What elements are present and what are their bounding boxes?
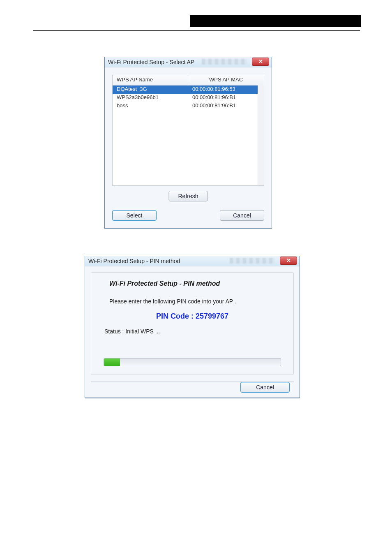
table-row[interactable]: WPS2a3b0e96b100:00:00:81:96:B1: [113, 94, 264, 102]
titlebar-blur: [230, 258, 275, 264]
ap-mac: 00:00:00:81:96:B1: [188, 94, 264, 102]
pin-group: Wi-Fi Protected Setup - PIN method Pleas…: [91, 272, 294, 375]
cancel-mnemonic: C: [233, 212, 237, 219]
table-row[interactable]: boss00:00:00:81:96:B1: [113, 102, 264, 110]
close-icon: ✕: [286, 256, 291, 266]
select-button[interactable]: Select: [112, 210, 157, 221]
scrollbar[interactable]: [258, 85, 264, 185]
col-name[interactable]: WPS AP Name: [113, 75, 188, 85]
pin-code: PIN Code : 25799767: [109, 312, 275, 321]
pin-method-window: Wi-Fi Protected Setup - PIN method ✕ Wi-…: [85, 256, 300, 398]
cancel-button[interactable]: Cancel: [220, 210, 264, 221]
pin-instruction: Please enter the following PIN code into…: [109, 298, 275, 305]
close-button[interactable]: ✕: [252, 58, 269, 66]
window-shadow: [85, 397, 300, 399]
ap-mac: 00:00:00:81:96:B1: [188, 102, 264, 110]
pin-status: Status : Initial WPS ...: [104, 328, 275, 335]
titlebar-blur: [202, 59, 247, 65]
progress-bar: [104, 358, 281, 366]
progress-fill: [104, 358, 120, 366]
cancel-rest: ancel: [237, 212, 251, 219]
header-black-band: [190, 15, 361, 27]
ap-name: boss: [113, 102, 188, 110]
cancel-button[interactable]: Cancel: [240, 382, 290, 393]
pin-title: Wi-Fi Protected Setup - PIN method: [88, 258, 180, 264]
pin-titlebar[interactable]: Wi-Fi Protected Setup - PIN method ✕: [85, 256, 300, 266]
select-ap-title: Wi-Fi Protected Setup - Select AP: [108, 59, 194, 65]
col-mac[interactable]: WPS AP MAC: [188, 75, 264, 85]
ap-list[interactable]: WPS AP Name WPS AP MAC DQAtest_3G00:00:0…: [112, 75, 264, 186]
table-row[interactable]: DQAtest_3G00:00:00:81:96:53: [113, 86, 264, 94]
refresh-button[interactable]: Refresh: [169, 191, 208, 201]
pin-heading: Wi-Fi Protected Setup - PIN method: [109, 280, 275, 287]
select-ap-window: Wi-Fi Protected Setup - Select AP ✕ WPS …: [104, 57, 272, 229]
ap-name: WPS2a3b0e96b1: [113, 94, 188, 102]
header-divider: [33, 30, 360, 31]
close-icon: ✕: [258, 57, 263, 67]
close-button[interactable]: ✕: [280, 257, 297, 265]
ap-mac: 00:00:00:81:96:53: [188, 86, 264, 94]
select-ap-titlebar[interactable]: Wi-Fi Protected Setup - Select AP ✕: [105, 57, 272, 67]
ap-list-header: WPS AP Name WPS AP MAC: [113, 75, 264, 86]
ap-name: DQAtest_3G: [113, 86, 188, 94]
